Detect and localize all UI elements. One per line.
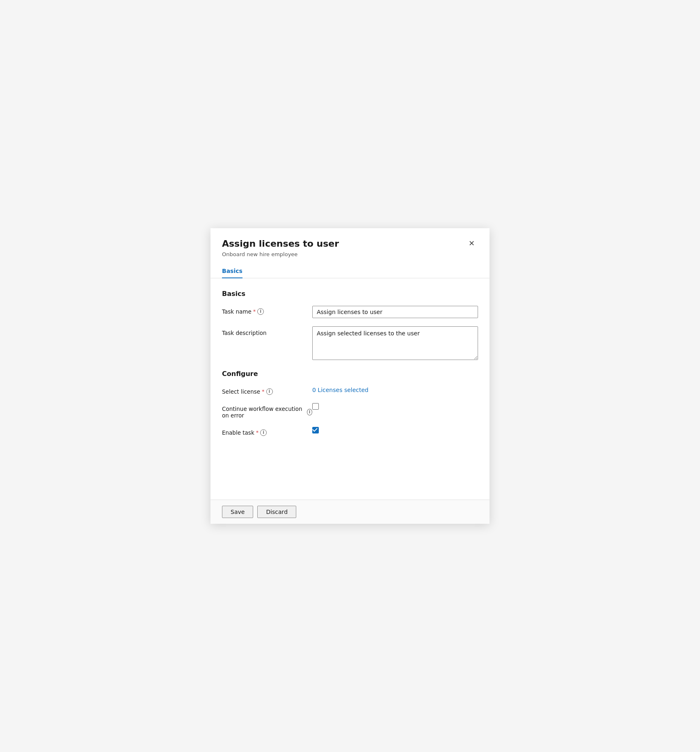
save-button[interactable]: Save bbox=[222, 506, 253, 518]
continue-workflow-row: Continue workflow execution on error i bbox=[222, 403, 478, 419]
task-description-control: Assign selected licenses to the user bbox=[312, 326, 478, 362]
dialog-title: Assign licenses to user bbox=[222, 238, 339, 250]
enable-task-checkbox[interactable] bbox=[312, 427, 319, 433]
enable-task-info-icon[interactable]: i bbox=[260, 429, 267, 436]
select-license-required: * bbox=[262, 388, 265, 394]
select-license-row: Select license * i 0 Licenses selected bbox=[222, 386, 478, 395]
dialog-subtitle: Onboard new hire employee bbox=[222, 251, 339, 257]
task-name-input[interactable] bbox=[312, 306, 478, 318]
continue-workflow-label: Continue workflow execution on error i bbox=[222, 403, 312, 419]
task-description-row: Task description Assign selected license… bbox=[222, 326, 478, 362]
select-license-info-icon[interactable]: i bbox=[266, 388, 273, 395]
enable-task-row: Enable task * i bbox=[222, 427, 478, 436]
dialog-title-block: Assign licenses to user Onboard new hire… bbox=[222, 238, 339, 257]
dialog-body: Basics Task name * i Task description As… bbox=[210, 278, 490, 500]
dialog-header: Assign licenses to user Onboard new hire… bbox=[210, 228, 490, 264]
task-name-control bbox=[312, 306, 478, 318]
tab-basics[interactable]: Basics bbox=[222, 264, 242, 278]
configure-section-heading: Configure bbox=[222, 370, 478, 378]
dialog-footer: Save Discard bbox=[210, 500, 490, 524]
configure-section: Configure Select license * i 0 Licenses … bbox=[222, 370, 478, 436]
task-description-label: Task description bbox=[222, 326, 312, 336]
close-icon: ✕ bbox=[469, 240, 475, 247]
select-license-label: Select license * i bbox=[222, 386, 312, 395]
enable-task-label: Enable task * i bbox=[222, 427, 312, 436]
discard-button[interactable]: Discard bbox=[257, 506, 296, 518]
tabs-bar: Basics bbox=[210, 264, 490, 278]
enable-task-control bbox=[312, 427, 478, 433]
task-name-required: * bbox=[253, 308, 256, 314]
enable-task-required: * bbox=[256, 429, 259, 436]
assign-licenses-dialog: Assign licenses to user Onboard new hire… bbox=[210, 228, 490, 524]
task-name-label: Task name * i bbox=[222, 306, 312, 315]
select-license-control: 0 Licenses selected bbox=[312, 386, 478, 394]
task-name-info-icon[interactable]: i bbox=[257, 308, 264, 315]
close-button[interactable]: ✕ bbox=[465, 238, 478, 249]
continue-workflow-checkbox[interactable] bbox=[312, 403, 319, 410]
continue-workflow-info-icon[interactable]: i bbox=[307, 409, 312, 415]
licenses-selected-link[interactable]: 0 Licenses selected bbox=[312, 387, 368, 393]
basics-section-heading: Basics bbox=[222, 290, 478, 298]
continue-workflow-control bbox=[312, 403, 478, 410]
task-description-input[interactable]: Assign selected licenses to the user bbox=[312, 326, 478, 360]
task-name-row: Task name * i bbox=[222, 306, 478, 318]
